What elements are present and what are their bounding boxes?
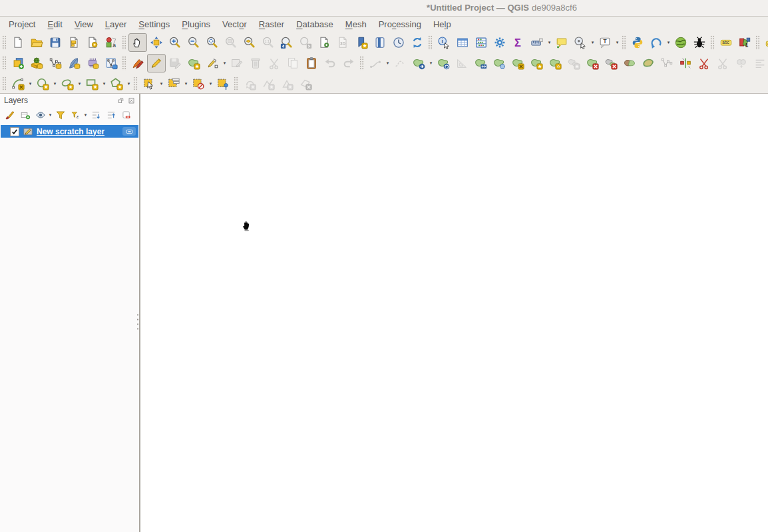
new-project-button[interactable]	[9, 33, 27, 52]
expand-all-button[interactable]	[88, 107, 103, 122]
pan-map-to-selection-button[interactable]	[147, 33, 166, 52]
open-data-source-manager-button[interactable]	[9, 54, 27, 72]
style-manager-button[interactable]: a	[102, 33, 120, 52]
digitize-circular-string-dropdown[interactable]: ▾	[27, 75, 33, 92]
new-map-view-button[interactable]	[315, 33, 333, 52]
text-annotation-dropdown[interactable]: ▾	[614, 34, 620, 51]
delete-part-button[interactable]	[583, 54, 602, 72]
menu-database[interactable]: Database	[290, 18, 339, 31]
temporal-controller-panel-button[interactable]	[389, 33, 408, 52]
digitize-circular-string-button[interactable]	[9, 74, 27, 93]
map-navigation-toolbar-handle[interactable]	[122, 35, 126, 50]
digitize-circle-button[interactable]	[33, 74, 52, 93]
label-edit-toolbar-handle[interactable]	[234, 76, 238, 91]
split-features-button[interactable]	[695, 54, 713, 72]
deselect-features-button[interactable]	[189, 74, 208, 93]
reshape-features-button[interactable]	[639, 54, 658, 72]
merge-features-button[interactable]	[620, 54, 639, 72]
vertex-tool-dropdown[interactable]: ▾	[222, 55, 228, 72]
new-shapefile-layer-button[interactable]	[46, 54, 65, 72]
open-layer-styling-panel-button[interactable]	[2, 107, 17, 122]
menu-project[interactable]: Project	[3, 18, 41, 31]
filter-legend-by-expression-dropdown[interactable]: ▾	[83, 108, 88, 122]
layer-row[interactable]: New scratch layer	[1, 125, 138, 138]
select-features-by-value-dropdown[interactable]: ▾	[183, 75, 189, 92]
open-project-button[interactable]	[27, 33, 46, 52]
text-annotation-button[interactable]: T	[596, 33, 614, 52]
processing-toolbox-button[interactable]	[490, 33, 509, 52]
remove-layer-group-button[interactable]	[118, 107, 134, 122]
digitize-regular-polygon-dropdown[interactable]: ▾	[126, 75, 132, 92]
move-feature-dropdown[interactable]: ▾	[428, 55, 434, 72]
remove-selected-part-button[interactable]	[602, 54, 620, 72]
new-temporary-scratch-layer-button[interactable]	[83, 54, 102, 72]
zoom-to-layer-button[interactable]	[240, 33, 259, 52]
python-console-button[interactable]	[628, 33, 647, 52]
map-canvas[interactable]	[140, 94, 768, 532]
zoom-full-button[interactable]	[203, 33, 222, 52]
add-polygon-feature-button[interactable]	[184, 54, 203, 72]
select-by-location-button[interactable]	[214, 74, 232, 93]
offset-curve-button[interactable]	[490, 54, 508, 72]
move-feature-button[interactable]	[409, 54, 428, 72]
zoom-last-button[interactable]	[278, 33, 296, 52]
digitize-with-curve-dropdown[interactable]: ▾	[385, 55, 391, 72]
statistical-summary-button[interactable]: Σ	[509, 33, 528, 52]
advanced-vertex-edit-button[interactable]	[676, 54, 695, 72]
digitizing-toolbar-handle[interactable]	[122, 56, 126, 70]
digitize-rectangle-button[interactable]	[83, 74, 101, 93]
simplify-feature-button[interactable]	[471, 54, 490, 72]
add-ring-button[interactable]	[527, 54, 546, 72]
vertex-tool-button[interactable]	[203, 54, 222, 72]
memory-layer-indicator-icon[interactable]	[122, 127, 136, 136]
manage-map-themes-dropdown[interactable]: ▾	[48, 108, 53, 122]
label-toolbar-2-handle[interactable]	[755, 35, 760, 50]
current-edits-button[interactable]	[128, 54, 147, 72]
collapse-all-button[interactable]	[103, 107, 118, 122]
data-source-manager-toolbar-handle[interactable]	[2, 56, 7, 70]
menu-processing[interactable]: Processing	[373, 18, 427, 31]
label-toolbar-handle[interactable]	[710, 35, 715, 50]
menu-plugins[interactable]: Plugins	[176, 18, 216, 31]
filter-legend-button[interactable]	[53, 107, 68, 122]
delete-ring-button[interactable]	[508, 54, 527, 72]
run-feature-action-dropdown[interactable]: ▾	[590, 34, 596, 51]
pin-unpin-labels-button[interactable]: abc	[762, 33, 768, 52]
first-aid-debugger-button[interactable]	[690, 33, 709, 52]
shape-digitizing-toolbar-handle[interactable]	[2, 76, 7, 91]
layer-name[interactable]: New scratch layer	[37, 127, 104, 136]
zoom-out-button[interactable]	[184, 33, 203, 52]
digitize-rectangle-dropdown[interactable]: ▾	[101, 75, 107, 92]
fill-ring-button[interactable]	[546, 54, 564, 72]
run-feature-action-button[interactable]	[571, 33, 590, 52]
menu-help[interactable]: Help	[427, 18, 457, 31]
layer-visibility-checkbox[interactable]	[10, 127, 19, 136]
panel-resize-grip[interactable]	[136, 313, 139, 332]
new-geopackage-layer-button[interactable]	[27, 54, 46, 72]
menu-layer[interactable]: Layer	[99, 18, 133, 31]
new-print-layout-button[interactable]	[65, 33, 83, 52]
menu-vector[interactable]: Vector	[216, 18, 253, 31]
menu-settings[interactable]: Settings	[132, 18, 176, 31]
paste-features-button[interactable]	[302, 54, 321, 72]
close-panel-button[interactable]	[127, 96, 136, 105]
advanced-digitizing-toolbar-handle[interactable]	[359, 56, 364, 70]
refresh-map-button[interactable]	[408, 33, 427, 52]
processing-history-button[interactable]	[647, 33, 666, 52]
map-tips-button[interactable]	[552, 33, 571, 52]
layer-diagram-options-button[interactable]: 1	[735, 33, 754, 52]
select-features-button[interactable]	[140, 74, 158, 93]
new-spatialite-layer-button[interactable]	[65, 54, 83, 72]
layer-labeling-options-button[interactable]: abc	[717, 33, 735, 52]
select-features-dropdown[interactable]: ▾	[158, 75, 164, 92]
menu-mesh[interactable]: Mesh	[339, 18, 373, 31]
select-features-by-value-button[interactable]	[164, 74, 183, 93]
open-attribute-table-button[interactable]	[453, 33, 472, 52]
show-layout-manager-button[interactable]	[83, 33, 102, 52]
pan-map-button[interactable]	[128, 33, 147, 52]
save-project-button[interactable]	[46, 33, 65, 52]
selection-toolbar-handle[interactable]	[133, 76, 138, 91]
show-spatial-bookmarks-button[interactable]	[371, 33, 389, 52]
digitize-ellipse-button[interactable]	[58, 74, 77, 93]
deselect-features-dropdown[interactable]: ▾	[208, 75, 214, 92]
